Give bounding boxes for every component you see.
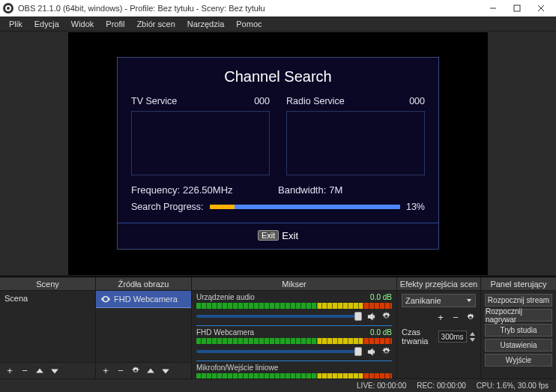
duration-step-up[interactable]	[470, 331, 476, 337]
menubar: Plik Edycja Widok Profil Zbiór scen Narz…	[0, 16, 556, 31]
remove-scene-button[interactable]: −	[19, 365, 30, 376]
menu-help[interactable]: Pomoc	[230, 18, 268, 30]
exit-button[interactable]: Exit Exit	[258, 230, 298, 241]
move-scene-down-button[interactable]	[49, 367, 60, 376]
minimize-button[interactable]	[481, 0, 505, 16]
transition-selected: Zanikanie	[405, 296, 441, 305]
volume-meter	[196, 338, 392, 344]
frequency-value: 226.50MHz	[183, 184, 232, 196]
tv-service-list	[131, 111, 270, 175]
mixer-channel-db: 0.0 dB	[370, 293, 392, 301]
transition-settings-button[interactable]	[465, 312, 476, 323]
sources-dock: Źródła obrazu FHD Webcamera + −	[96, 277, 192, 379]
source-settings-button[interactable]	[130, 367, 141, 376]
move-source-down-button[interactable]	[160, 367, 171, 376]
video-preview[interactable]: Channel Search TV Service000 Radio Servi…	[68, 32, 488, 275]
menu-scene-collection[interactable]: Zbiór scen	[130, 18, 181, 30]
mixer-channel-name: FHD Webcamera	[196, 328, 370, 337]
menu-tools[interactable]: Narzędzia	[181, 18, 231, 30]
dialog-title: Channel Search	[131, 68, 425, 85]
move-source-up-button[interactable]	[145, 367, 156, 376]
menu-edit[interactable]: Edycja	[28, 18, 65, 30]
app-icon	[3, 3, 13, 13]
titlebar: OBS 21.1.0 (64bit, windows) - Profile: B…	[0, 0, 556, 16]
gear-icon[interactable]	[380, 310, 392, 322]
add-scene-button[interactable]: +	[4, 365, 15, 376]
mixer-channel-name: Mikrofon/Wejście liniowe	[196, 364, 392, 372]
menu-profile[interactable]: Profil	[100, 18, 130, 30]
mixer-dock: Mikser Urządzenie audio0.0 dB FHD Webcam…	[192, 277, 397, 379]
menu-file[interactable]: Plik	[3, 18, 28, 30]
menu-view[interactable]: Widok	[65, 18, 100, 30]
progress-percent: 13%	[406, 202, 425, 212]
volume-slider[interactable]	[196, 350, 362, 353]
mixer-channel-name: Urządzenie audio	[196, 293, 370, 301]
frequency-label: Frequency:	[131, 184, 180, 196]
progress-label: Search Progress:	[131, 202, 204, 212]
maximize-button[interactable]	[505, 0, 529, 16]
exit-label: Exit	[282, 230, 298, 241]
controls-header: Panel sterujący	[481, 277, 556, 291]
mixer-header: Mikser	[192, 277, 396, 291]
transitions-dock: Efekty przejścia scen Zanikanie + − Czas…	[397, 277, 481, 379]
bandwidth-value: 7M	[329, 184, 342, 196]
speaker-icon[interactable]	[365, 346, 377, 358]
control-button[interactable]: Tryb studia	[485, 324, 552, 337]
duration-input[interactable]: 300ms	[438, 331, 467, 343]
control-button[interactable]: Rozpocznij nagrywar	[485, 309, 552, 322]
radio-service-count: 000	[409, 96, 425, 106]
radio-service-list	[286, 111, 425, 175]
statusbar: LIVE: 00:00:00 REC: 00:00:00 CPU: 1.6%, …	[0, 379, 556, 392]
status-cpu: CPU: 1.6%, 30.00 fps	[477, 382, 549, 390]
speaker-icon[interactable]	[365, 310, 377, 322]
duration-label: Czas trwania	[402, 328, 435, 346]
transition-select[interactable]: Zanikanie	[402, 294, 476, 307]
move-scene-up-button[interactable]	[34, 367, 45, 376]
tv-service-label: TV Service	[131, 96, 254, 106]
progress-bar	[210, 205, 400, 209]
sources-header: Źródła obrazu	[96, 277, 191, 291]
status-live: LIVE: 00:00:00	[357, 382, 406, 390]
channel-search-dialog: Channel Search TV Service000 Radio Servi…	[117, 57, 439, 250]
volume-slider[interactable]	[196, 315, 362, 318]
control-button[interactable]: Wyjście	[485, 354, 552, 367]
window-title: OBS 21.1.0 (64bit, windows) - Profile: B…	[18, 4, 265, 13]
status-rec: REC: 00:00:00	[417, 382, 466, 390]
bandwidth-label: Bandwidth:	[278, 184, 326, 196]
remove-source-button[interactable]: −	[115, 365, 126, 376]
eye-icon[interactable]	[100, 294, 111, 304]
duration-value: 300ms	[441, 333, 464, 341]
close-button[interactable]	[529, 0, 553, 16]
mixer-channel: Urządzenie audio0.0 dB	[192, 291, 396, 326]
source-item[interactable]: FHD Webcamera	[96, 291, 191, 307]
control-button[interactable]: Rozpocznij stream	[485, 294, 552, 307]
scenes-dock: Sceny Scena + −	[0, 277, 96, 379]
chevron-down-icon	[466, 298, 472, 304]
volume-meter	[196, 373, 392, 379]
svg-rect-0	[514, 5, 520, 11]
scenes-header: Sceny	[0, 277, 95, 291]
scene-item[interactable]: Scena	[0, 291, 95, 306]
remove-transition-button[interactable]: −	[450, 312, 461, 323]
control-button[interactable]: Ustawienia	[485, 339, 552, 352]
mixer-channel: FHD Webcamera0.0 dB	[192, 326, 396, 361]
source-label: FHD Webcamera	[114, 295, 178, 304]
tv-service-count: 000	[254, 96, 270, 106]
mixer-channel-db: 0.0 dB	[370, 328, 392, 337]
transitions-header: Efekty przejścia scen	[397, 277, 480, 291]
preview-area: Channel Search TV Service000 Radio Servi…	[0, 31, 556, 277]
radio-service-label: Radio Service	[286, 96, 409, 106]
gear-icon[interactable]	[380, 346, 392, 358]
controls-dock: Panel sterujący Rozpocznij streamRozpocz…	[481, 277, 556, 379]
add-transition-button[interactable]: +	[435, 312, 446, 323]
add-source-button[interactable]: +	[100, 365, 111, 376]
duration-step-down[interactable]	[470, 337, 476, 343]
mixer-channel: Mikrofon/Wejście liniowe	[192, 361, 396, 379]
exit-key-icon: Exit	[258, 230, 279, 241]
volume-meter	[196, 303, 392, 309]
